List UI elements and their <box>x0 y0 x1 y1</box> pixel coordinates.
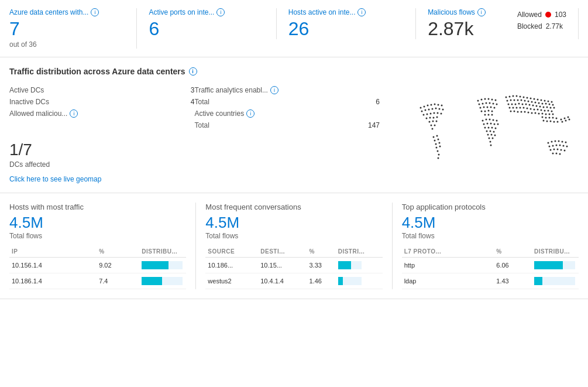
conversations-panel: Most frequent conversations 4.5M Total f… <box>196 203 392 289</box>
svg-point-174 <box>551 141 553 143</box>
svg-point-50 <box>489 102 491 104</box>
svg-point-150 <box>531 112 533 114</box>
table-row[interactable]: 10.186.1.4 7.4 <box>9 273 186 289</box>
active-dcs-row: Active DCs 3 <box>9 84 195 96</box>
svg-point-140 <box>541 109 542 111</box>
svg-point-77 <box>491 127 493 129</box>
svg-point-33 <box>438 139 439 141</box>
table-row[interactable]: 10.156.1.4 9.02 <box>9 258 186 273</box>
svg-point-55 <box>487 107 489 108</box>
table-row[interactable]: http 6.06 <box>402 258 579 273</box>
svg-point-178 <box>565 142 567 143</box>
svg-point-99 <box>541 100 542 101</box>
svg-point-182 <box>559 145 561 146</box>
protocols-table: L7 PROTO... % DISTRIBU... http 6.06 ldap… <box>402 246 579 289</box>
conv-dest: 10.4.1.4 <box>258 273 307 289</box>
svg-point-184 <box>566 146 568 148</box>
svg-point-103 <box>507 100 508 102</box>
svg-point-110 <box>531 101 533 103</box>
top-metrics-bar: Azure data centers with... i 7 out of 36… <box>0 0 588 57</box>
svg-point-28 <box>434 125 436 126</box>
hosts-panel-value: 4.5M <box>9 214 186 232</box>
svg-point-173 <box>548 142 549 144</box>
svg-point-92 <box>516 95 518 97</box>
svg-point-144 <box>510 111 512 112</box>
table-row[interactable]: westus2 10.4.1.4 1.46 <box>205 273 382 289</box>
hosts-active-metric: Hosts active on inte... i 26 <box>277 8 416 39</box>
proto-col-name: L7 PROTO... <box>402 246 494 258</box>
conv-col-pct: % <box>307 246 335 258</box>
svg-point-7 <box>421 111 423 112</box>
svg-point-72 <box>490 123 492 125</box>
hosts-panel: Hosts with most traffic 4.5M Total flows… <box>9 203 196 289</box>
traffic-distribution-section: Traffic distribution across Azure data c… <box>0 57 588 193</box>
conversations-panel-title: Most frequent conversations <box>205 203 382 211</box>
azure-dc-info-icon[interactable]: i <box>91 8 99 16</box>
svg-point-80 <box>490 131 491 132</box>
malicious-flows-label[interactable]: Malicious flows i <box>428 8 510 16</box>
svg-point-104 <box>510 100 512 101</box>
active-ports-label[interactable]: Active ports on inte... i <box>149 8 264 16</box>
svg-point-40 <box>438 157 439 159</box>
svg-point-133 <box>516 107 518 109</box>
active-ports-info-icon[interactable]: i <box>216 8 225 16</box>
svg-point-138 <box>534 109 535 111</box>
svg-point-121 <box>522 104 524 105</box>
svg-point-56 <box>490 107 492 108</box>
conv-source: westus2 <box>205 273 258 289</box>
allowed-dot <box>545 12 551 18</box>
svg-point-68 <box>493 119 494 121</box>
svg-point-175 <box>555 141 556 142</box>
svg-point-131 <box>509 107 511 109</box>
svg-point-107 <box>521 100 522 101</box>
svg-point-39 <box>438 154 440 156</box>
hosts-active-info-icon[interactable]: i <box>357 8 366 16</box>
svg-point-123 <box>529 104 531 106</box>
svg-point-172 <box>569 119 570 121</box>
svg-point-176 <box>558 141 560 142</box>
svg-point-156 <box>552 114 554 115</box>
malicious-flows-info-icon[interactable]: i <box>477 8 486 16</box>
proto-bar <box>532 273 579 289</box>
svg-point-31 <box>436 135 438 137</box>
svg-point-102 <box>551 101 553 103</box>
svg-point-86 <box>492 138 494 139</box>
svg-point-41 <box>477 100 479 102</box>
svg-point-94 <box>523 97 525 98</box>
svg-point-81 <box>493 131 495 133</box>
svg-point-46 <box>495 100 497 101</box>
svg-point-171 <box>565 120 567 122</box>
table-row[interactable]: ldap 1.43 <box>402 273 579 289</box>
traffic-analytics-info-icon[interactable]: i <box>270 86 278 94</box>
svg-point-34 <box>435 143 437 145</box>
svg-point-96 <box>530 98 532 100</box>
geomap-link[interactable]: Click here to see live geomap <box>9 175 101 183</box>
azure-dc-label[interactable]: Azure data centers with... i <box>9 8 125 16</box>
svg-point-36 <box>436 147 438 149</box>
svg-point-97 <box>534 98 535 100</box>
host-bar <box>139 258 186 273</box>
svg-point-82 <box>487 134 489 136</box>
svg-point-30 <box>433 136 435 138</box>
svg-point-54 <box>483 107 485 108</box>
svg-point-146 <box>517 111 519 113</box>
svg-point-100 <box>544 100 546 102</box>
svg-point-64 <box>491 114 493 116</box>
svg-point-5 <box>438 104 439 106</box>
active-countries-row: Active countries i <box>195 108 380 119</box>
svg-point-76 <box>488 127 490 129</box>
svg-point-15 <box>427 114 428 115</box>
svg-point-115 <box>549 104 551 105</box>
svg-point-0 <box>420 107 422 109</box>
svg-point-90 <box>509 96 511 98</box>
active-countries-info-icon[interactable]: i <box>246 109 255 118</box>
svg-point-191 <box>556 153 558 155</box>
table-row[interactable]: 10.186... 10.15... 3.33 <box>205 258 382 273</box>
svg-point-62 <box>484 114 486 116</box>
svg-point-135 <box>523 107 525 109</box>
hosts-active-label[interactable]: Hosts active on inte... i <box>288 8 404 16</box>
traffic-section-info-icon[interactable]: i <box>189 67 197 76</box>
allowed-malicious-info-icon[interactable]: i <box>70 109 78 118</box>
svg-point-71 <box>487 123 489 125</box>
svg-point-16 <box>430 113 432 115</box>
